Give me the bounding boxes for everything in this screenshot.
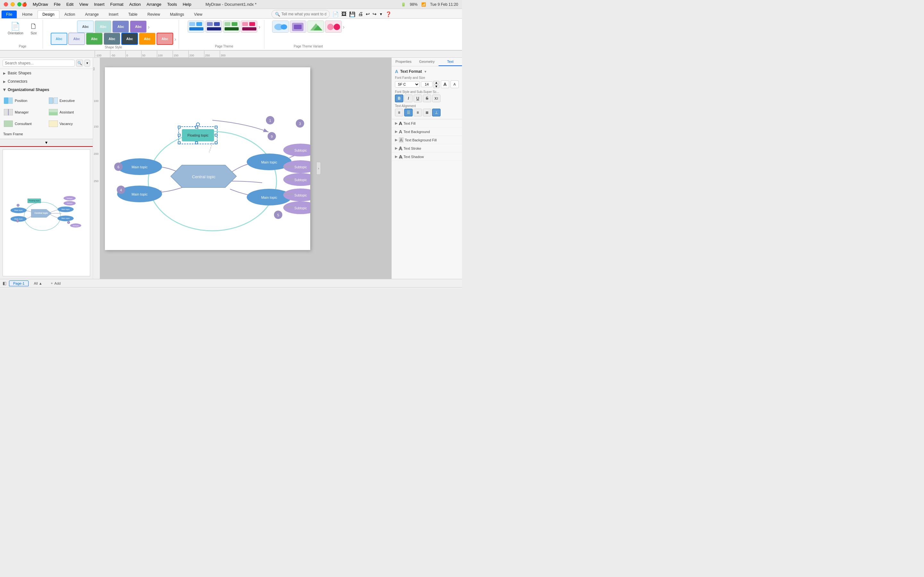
tab-insert[interactable]: Insert — [104, 10, 123, 18]
font-size-up[interactable]: ▲ — [433, 81, 439, 84]
font-size-input[interactable]: 14 — [421, 81, 433, 87]
variant-2[interactable] — [290, 21, 306, 33]
tab-properties[interactable]: Properties — [392, 58, 415, 66]
panel-collapse-toggle[interactable]: ▼ — [0, 139, 93, 146]
menu-file[interactable]: File — [51, 1, 63, 7]
align-left-button[interactable]: ≡ — [395, 109, 403, 116]
theme-1[interactable] — [188, 21, 204, 33]
style-scroll-right-2[interactable]: › — [174, 36, 176, 43]
tab-review[interactable]: Review — [142, 10, 165, 18]
tab-design[interactable]: Design — [37, 10, 59, 18]
style-thumb-1[interactable]: Abc — [77, 21, 94, 33]
panel-toggle-left[interactable]: ◧ — [3, 281, 6, 285]
align-center-button[interactable]: ☰ — [404, 109, 413, 116]
font-increase-button[interactable]: A — [441, 81, 449, 88]
theme-3[interactable] — [223, 21, 240, 33]
apple-menu[interactable]: 🍎 — [19, 1, 29, 7]
canvas-page[interactable]: Central topic Main topic Main topic Main… — [105, 67, 310, 250]
align-right-button[interactable]: ≡ — [414, 109, 422, 116]
menu-mydraw[interactable]: MyDraw — [30, 1, 51, 7]
variant-3[interactable] — [307, 21, 324, 33]
right-panel-toggle[interactable]: › — [317, 162, 321, 175]
style-thumb-4[interactable]: Abc — [130, 21, 147, 33]
shape-search-input[interactable] — [3, 60, 75, 67]
align-bottom-button[interactable]: ⊥ — [432, 109, 441, 116]
style-thumb-8[interactable]: Abc — [103, 33, 120, 45]
menu-action[interactable]: Action — [127, 1, 144, 7]
text-format-header[interactable]: A Text Format ▼ — [395, 69, 459, 74]
menu-insert[interactable]: Insert — [91, 1, 107, 7]
tab-file[interactable]: File — [1, 10, 17, 18]
style-thumb-10[interactable]: Abc — [139, 33, 156, 45]
tab-text[interactable]: Text — [439, 58, 462, 66]
shape-search-bar[interactable]: 🔍 ▼ — [0, 58, 93, 69]
theme-2[interactable] — [205, 21, 222, 33]
search-dropdown[interactable]: ▼ — [84, 60, 90, 67]
superscript-button[interactable]: X2 — [432, 95, 441, 102]
menu-arrange[interactable]: Arrange — [144, 1, 164, 7]
redo-button[interactable]: ↪ — [373, 11, 376, 17]
connectors-category[interactable]: ▶ Connectors — [0, 77, 93, 85]
minimize-button[interactable] — [11, 2, 15, 6]
toolbar-icon-2[interactable]: 🖼 — [341, 11, 347, 17]
text-stroke-row[interactable]: ▶ A Text Stroke — [392, 144, 462, 153]
help-icon[interactable]: ❓ — [385, 11, 392, 17]
orientation-button[interactable]: 📄 Orientation — [5, 21, 26, 36]
menu-tools[interactable]: Tools — [165, 1, 179, 7]
shape-item-assistant[interactable]: Assistant — [47, 107, 90, 117]
bold-button[interactable]: B — [395, 95, 403, 102]
dropdown-arrow[interactable]: ▼ — [379, 12, 383, 16]
style-scroll-right[interactable]: › — [148, 24, 150, 31]
align-justify-button[interactable]: ≣ — [423, 109, 431, 116]
italic-button[interactable]: I — [404, 95, 413, 102]
text-background-row[interactable]: ▶ A Text Background — [392, 127, 462, 136]
page-tab-1[interactable]: Page-1 — [9, 280, 29, 286]
style-thumb-7[interactable]: Abc — [86, 33, 103, 45]
close-button[interactable] — [4, 2, 8, 6]
toolbar-icon-3[interactable]: 💾 — [349, 11, 355, 17]
size-button[interactable]: 🗋 Size — [27, 21, 40, 36]
all-pages-button[interactable]: All ▲ — [31, 281, 45, 286]
shape-item-executive[interactable]: Executive — [47, 96, 90, 105]
font-size-down[interactable]: ▼ — [433, 85, 439, 88]
tab-table[interactable]: Table — [124, 10, 142, 18]
tab-arrange[interactable]: Arrange — [80, 10, 103, 18]
text-shadow-row[interactable]: ▶ A Text Shadow — [392, 153, 462, 161]
font-family-select[interactable]: SF C Helvetica Arial — [395, 81, 420, 87]
variant-scroll-right[interactable]: › — [342, 24, 344, 31]
toolbar-icon-4[interactable]: 🖨 — [358, 11, 363, 17]
font-decrease-button[interactable]: A — [451, 81, 459, 88]
style-thumb-2[interactable]: Abc — [95, 21, 111, 33]
toolbar-icon-1[interactable]: 📄 — [333, 11, 339, 17]
ribbon-search-input[interactable] — [281, 12, 326, 16]
style-thumb-11[interactable]: Abc — [157, 33, 173, 45]
tab-action[interactable]: Action — [60, 10, 80, 18]
ribbon-search[interactable]: 🔍 — [271, 10, 330, 18]
shape-item-consultant[interactable]: Consultant — [3, 119, 45, 129]
menu-format[interactable]: Format — [108, 1, 126, 7]
style-thumb-5[interactable]: Abc — [51, 33, 67, 45]
tab-mailings[interactable]: Mailings — [165, 10, 189, 18]
undo-button[interactable]: ↩ — [366, 11, 370, 17]
shape-item-vacancy[interactable]: Vacancy — [47, 119, 90, 129]
variant-1[interactable] — [272, 21, 289, 33]
style-thumb-9[interactable]: Abc — [121, 33, 138, 45]
style-thumb-3[interactable]: Abc — [112, 21, 129, 33]
text-fill-row[interactable]: ▶ A Text Fill — [392, 119, 462, 127]
canvas-background[interactable]: Central topic Main topic Main topic Main… — [100, 58, 391, 279]
variant-4[interactable] — [325, 21, 342, 33]
search-button[interactable]: 🔍 — [76, 60, 83, 67]
team-frame-item[interactable]: Team Frame — [0, 131, 93, 139]
underline-button[interactable]: U — [414, 95, 422, 102]
tab-view[interactable]: View — [189, 10, 207, 18]
style-thumb-6[interactable]: Abc — [68, 33, 85, 45]
add-page-button[interactable]: ＋ Add — [47, 280, 63, 286]
shape-item-position[interactable]: Position — [3, 96, 45, 105]
menu-edit[interactable]: Edit — [64, 1, 76, 7]
theme-4[interactable] — [241, 21, 257, 33]
theme-scroll-right[interactable]: › — [258, 24, 260, 31]
org-shapes-category[interactable]: ▶ Organizational Shapes — [0, 85, 93, 94]
tab-home[interactable]: Home — [17, 10, 37, 18]
text-background-fill-row[interactable]: ▶ A Text Background Fill — [392, 136, 462, 144]
basic-shapes-category[interactable]: ▶ Basic Shapes — [0, 69, 93, 77]
